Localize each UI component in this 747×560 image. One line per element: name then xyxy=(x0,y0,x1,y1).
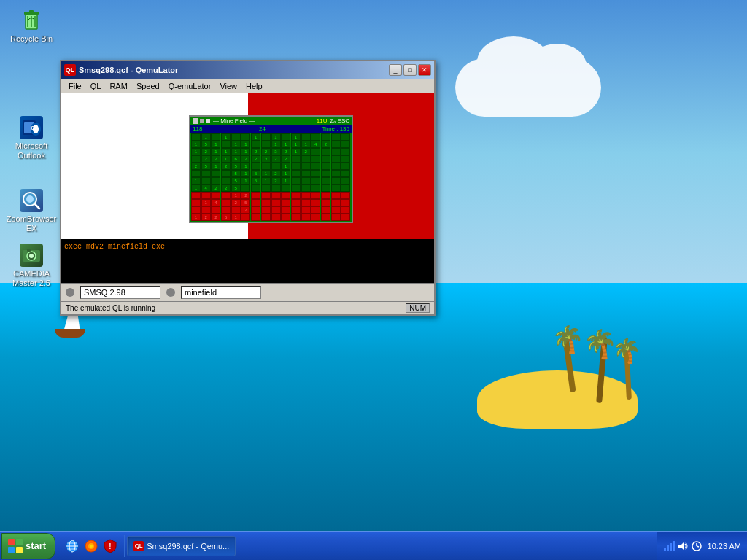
mine-cell[interactable]: 2 xyxy=(261,148,271,155)
mine-cell[interactable] xyxy=(341,170,350,177)
mine-cell[interactable] xyxy=(331,199,341,206)
mine-cell[interactable] xyxy=(251,141,260,148)
mine-cell[interactable]: 1 xyxy=(231,206,241,214)
mine-cell[interactable] xyxy=(191,206,201,214)
mine-cell[interactable] xyxy=(311,170,320,177)
mine-cell[interactable]: 2 xyxy=(251,155,260,163)
mine-cell[interactable] xyxy=(191,199,201,206)
mine-cell[interactable] xyxy=(261,199,271,206)
mine-cell[interactable] xyxy=(221,170,231,177)
mine-cell[interactable] xyxy=(291,163,301,170)
mine-cell[interactable] xyxy=(251,192,260,199)
mine-cell[interactable]: 2 xyxy=(281,155,290,163)
mine-cell[interactable] xyxy=(201,192,211,199)
mine-cell[interactable] xyxy=(261,184,271,192)
mine-cell[interactable] xyxy=(341,148,350,155)
mine-cell[interactable] xyxy=(221,192,231,199)
mine-cell[interactable] xyxy=(311,177,320,184)
mine-cell[interactable]: 1 xyxy=(241,170,250,177)
mine-cell[interactable] xyxy=(291,199,301,206)
mine-cell[interactable] xyxy=(341,155,350,163)
taskbar-window-qemu[interactable]: QL Smsq298.qcf - Qemu... xyxy=(127,536,236,556)
mine-cell[interactable]: 1 xyxy=(281,170,290,177)
mine-cell[interactable]: 1 xyxy=(251,133,260,141)
mine-cell[interactable]: 2 xyxy=(271,177,281,184)
mine-cell[interactable]: 1 xyxy=(241,177,250,184)
mine-cell[interactable]: 1 xyxy=(221,133,231,141)
minefield-overlay[interactable]: — Mine Field — 11U Zₐ ESC 118 24 Time : … xyxy=(189,115,353,223)
menu-ram[interactable]: RAM xyxy=(105,80,131,92)
mine-cell[interactable] xyxy=(321,170,330,177)
mine-cell[interactable] xyxy=(301,163,311,170)
mine-cell[interactable]: 2 xyxy=(191,163,201,170)
mine-cell[interactable] xyxy=(341,141,350,148)
mine-cell[interactable] xyxy=(241,214,250,221)
mine-cell[interactable] xyxy=(301,133,311,141)
mine-cell[interactable]: 2 xyxy=(271,155,281,163)
mine-cell[interactable]: 5 xyxy=(241,199,250,206)
mine-cell[interactable]: 1 xyxy=(191,148,201,155)
mine-cell[interactable]: 1 xyxy=(211,148,220,155)
mine-cell[interactable] xyxy=(261,214,271,221)
mine-cell[interactable] xyxy=(321,177,330,184)
mine-cell[interactable]: 1 xyxy=(231,148,241,155)
mine-cell[interactable] xyxy=(281,192,290,199)
mine-cell[interactable]: 1 xyxy=(201,133,211,141)
mine-cell[interactable] xyxy=(311,192,320,199)
mine-cell[interactable]: 1 xyxy=(231,141,241,148)
mine-cell[interactable] xyxy=(221,177,231,184)
mine-cell[interactable] xyxy=(261,133,271,141)
mine-cell[interactable] xyxy=(341,199,350,206)
mine-cell[interactable] xyxy=(341,133,350,141)
mine-cell[interactable] xyxy=(271,163,281,170)
mine-cell[interactable] xyxy=(301,199,311,206)
mine-cell[interactable] xyxy=(301,206,311,214)
mine-cell[interactable] xyxy=(221,206,231,214)
mine-cell[interactable] xyxy=(331,192,341,199)
ql-ie-icon[interactable] xyxy=(63,537,81,555)
mine-cell[interactable]: 4 xyxy=(311,141,320,148)
mine-cell[interactable] xyxy=(301,155,311,163)
mine-cell[interactable] xyxy=(201,177,211,184)
mine-cell[interactable]: 5 xyxy=(251,170,260,177)
mine-cell[interactable] xyxy=(311,148,320,155)
mine-cell[interactable] xyxy=(321,199,330,206)
mine-cell[interactable] xyxy=(291,192,301,199)
mine-cell[interactable] xyxy=(291,177,301,184)
mine-cell[interactable] xyxy=(261,141,271,148)
mine-cell[interactable] xyxy=(221,199,231,206)
tray-time-icon[interactable] xyxy=(691,540,703,552)
mine-cell[interactable] xyxy=(241,133,250,141)
mine-cell[interactable] xyxy=(321,155,330,163)
mine-cell[interactable]: 5 xyxy=(201,141,211,148)
mine-cell[interactable] xyxy=(231,133,241,141)
mine-cell[interactable] xyxy=(211,206,220,214)
mine-cell[interactable] xyxy=(241,184,250,192)
minimize-button[interactable]: _ xyxy=(389,64,402,76)
mine-cell[interactable] xyxy=(281,206,290,214)
mine-cell[interactable]: 1 xyxy=(191,155,201,163)
mine-cell[interactable]: 1 xyxy=(261,177,271,184)
mine-cell[interactable] xyxy=(281,184,290,192)
mine-cell[interactable]: 1 xyxy=(271,141,281,148)
recycle-bin-icon[interactable]: Recycle Bin xyxy=(6,6,57,47)
mine-cell[interactable] xyxy=(311,155,320,163)
mine-cell[interactable] xyxy=(321,214,330,221)
mine-cell[interactable]: 2 xyxy=(201,148,211,155)
mine-cell[interactable] xyxy=(291,155,301,163)
mine-cell[interactable] xyxy=(261,192,271,199)
mine-cell[interactable] xyxy=(251,214,260,221)
mine-cell[interactable]: 5 xyxy=(251,177,260,184)
mine-cell[interactable]: 5 xyxy=(231,177,241,184)
mine-cell[interactable] xyxy=(311,133,320,141)
mine-cell[interactable] xyxy=(331,155,341,163)
mine-cell[interactable]: 1 xyxy=(231,192,241,199)
mine-cell[interactable]: 1 xyxy=(211,141,220,148)
mine-cell[interactable] xyxy=(331,206,341,214)
mine-cell[interactable] xyxy=(311,163,320,170)
mine-cell[interactable] xyxy=(211,177,220,184)
mine-cell[interactable]: 1 xyxy=(231,214,241,221)
mine-cell[interactable] xyxy=(291,214,301,221)
mine-cell[interactable]: 5 xyxy=(221,214,231,221)
tray-network-icon[interactable] xyxy=(663,540,675,552)
